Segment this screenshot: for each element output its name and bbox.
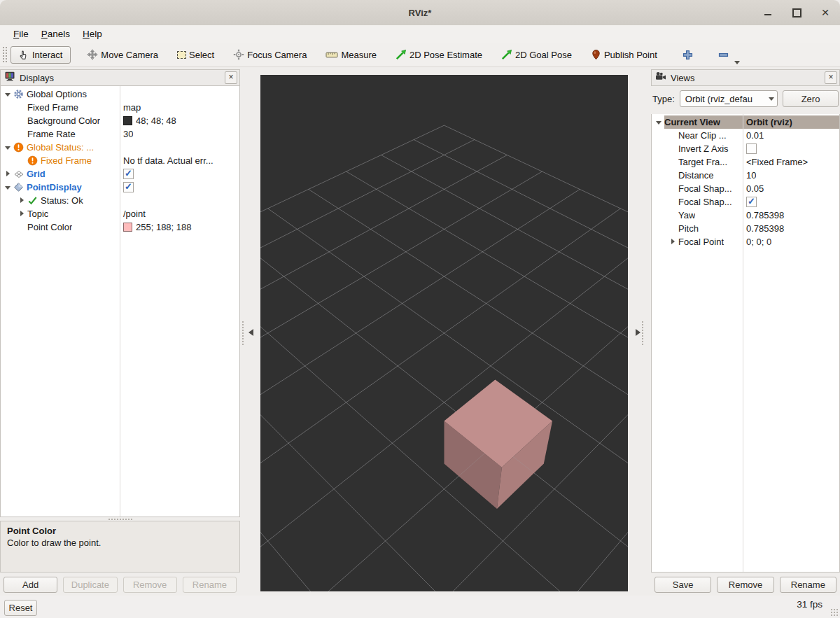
view-type-select[interactable]: Orbit (rviz_defau xyxy=(680,90,778,107)
property-value[interactable]: /point xyxy=(123,209,146,219)
ruler-icon xyxy=(326,51,338,59)
render-canvas[interactable] xyxy=(260,75,628,591)
chevron-down-icon[interactable] xyxy=(654,115,664,129)
property-value[interactable]: 0.05 xyxy=(746,183,764,194)
description-body: Color to draw the point. xyxy=(7,537,233,549)
tree-row[interactable]: Global Options xyxy=(1,87,239,101)
displays-panel-header[interactable]: Displays × xyxy=(0,69,240,86)
tree-row[interactable]: Point Color255; 188; 188 xyxy=(1,220,239,234)
tool-label: Measure xyxy=(341,50,377,60)
property-value[interactable]: 48; 48; 48 xyxy=(136,115,176,126)
remove-button[interactable]: Remove xyxy=(123,577,177,593)
tree-row[interactable]: Near Clip ...0.01 xyxy=(652,129,839,142)
tool-measure[interactable]: Measure xyxy=(321,46,382,64)
chevron-right-icon[interactable] xyxy=(668,235,678,248)
menu-file[interactable]: File xyxy=(7,27,35,41)
tree-row[interactable]: Current ViewOrbit (rviz) xyxy=(652,115,839,129)
tree-row[interactable]: Global Status: ... xyxy=(1,141,239,154)
views-panel-header[interactable]: Views × xyxy=(651,69,840,86)
minimize-button[interactable] xyxy=(763,8,773,17)
expander-spacer xyxy=(18,154,27,167)
rename-button[interactable]: Rename xyxy=(183,577,237,593)
tree-row[interactable]: Fixed FrameNo tf data. Actual err... xyxy=(1,154,239,167)
property-label: Focal Shap... xyxy=(678,197,732,207)
property-value[interactable]: 30 xyxy=(123,129,133,139)
tree-row[interactable]: Background Color48; 48; 48 xyxy=(1,114,239,127)
tree-row[interactable]: Invert Z Axis xyxy=(652,142,839,155)
chevron-down-icon[interactable] xyxy=(4,181,13,194)
color-swatch[interactable] xyxy=(123,223,132,232)
rename-view-button[interactable]: Rename xyxy=(780,577,836,593)
close-icon[interactable]: × xyxy=(825,71,837,84)
save-view-button[interactable]: Save xyxy=(654,577,711,593)
menu-panels[interactable]: Panels xyxy=(35,27,76,41)
tree-row[interactable]: Topic/point xyxy=(1,207,239,220)
property-value[interactable]: map xyxy=(123,102,141,113)
tree-row[interactable]: Distance10 xyxy=(652,169,839,182)
menu-help[interactable]: Help xyxy=(76,27,108,41)
chevron-right-icon[interactable] xyxy=(18,194,27,207)
remove-view-button[interactable]: Remove xyxy=(717,577,774,593)
gear-icon xyxy=(13,89,27,99)
checkbox[interactable] xyxy=(123,169,134,179)
remove-tool-button[interactable] xyxy=(713,45,734,64)
property-value[interactable]: 10 xyxy=(746,170,756,181)
chevron-down-icon[interactable] xyxy=(4,87,13,101)
chevron-left-icon xyxy=(248,329,253,336)
property-label: PointDisplay xyxy=(27,182,82,192)
chevron-right-icon[interactable] xyxy=(18,207,27,220)
tree-row[interactable]: Grid xyxy=(1,167,239,181)
property-value[interactable]: 0.785398 xyxy=(746,223,784,234)
checkbox[interactable] xyxy=(746,143,757,154)
color-swatch[interactable] xyxy=(123,116,132,125)
tool-focus-camera[interactable]: Focus Camera xyxy=(228,45,312,64)
tool-label: Publish Point xyxy=(604,50,657,60)
property-label: Target Fra... xyxy=(678,157,727,167)
title-bar[interactable]: RViz* × xyxy=(0,0,840,26)
reset-button[interactable]: Reset xyxy=(4,600,37,616)
collapse-left-handle[interactable] xyxy=(245,319,255,347)
tool-2d-pose-estimate[interactable]: 2D Pose Estimate xyxy=(391,45,487,64)
tree-row[interactable]: Fixed Framemap xyxy=(1,101,239,114)
add-button[interactable]: Add xyxy=(4,577,57,593)
property-value[interactable]: 255; 188; 188 xyxy=(136,222,192,232)
tool-move-camera[interactable]: Move Camera xyxy=(82,45,163,64)
tool-2d-goal-pose[interactable]: 2D Goal Pose xyxy=(496,45,577,64)
property-value[interactable]: <Fixed Frame> xyxy=(746,157,808,167)
property-value[interactable]: 0.785398 xyxy=(746,210,784,220)
tree-row[interactable]: PointDisplay xyxy=(1,181,239,194)
duplicate-button[interactable]: Duplicate xyxy=(63,577,117,593)
tool-select[interactable]: Select xyxy=(172,46,219,64)
tree-row[interactable]: Focal Shap... xyxy=(652,195,839,209)
render-view[interactable] xyxy=(260,75,628,591)
tree-row[interactable]: Focal Point0; 0; 0 xyxy=(652,235,839,248)
property-value[interactable]: Orbit (rviz) xyxy=(746,117,792,127)
close-button[interactable]: × xyxy=(820,8,830,17)
hand-icon xyxy=(19,50,29,60)
tree-row[interactable]: Pitch0.785398 xyxy=(652,222,839,235)
zero-button[interactable]: Zero xyxy=(783,90,839,107)
tree-row[interactable]: Focal Shap...0.05 xyxy=(652,182,839,195)
add-tool-button[interactable] xyxy=(677,45,699,64)
maximize-button[interactable] xyxy=(792,8,802,17)
toolbar-drag-handle[interactable] xyxy=(2,46,7,63)
collapse-right-handle[interactable] xyxy=(634,319,644,347)
displays-icon xyxy=(4,71,15,85)
splitter-dots xyxy=(641,321,645,346)
tree-row[interactable]: Yaw0.785398 xyxy=(652,209,839,222)
resize-grip[interactable] xyxy=(830,608,839,617)
close-icon[interactable]: × xyxy=(225,71,237,84)
tool-interact[interactable]: Interact xyxy=(10,46,71,64)
tree-row[interactable]: Target Fra...<Fixed Frame> xyxy=(652,155,839,169)
tree-row[interactable]: Status: Ok xyxy=(1,194,239,207)
chevron-right-icon[interactable] xyxy=(4,167,13,181)
property-value[interactable]: No tf data. Actual err... xyxy=(123,155,214,166)
tool-publish-point[interactable]: Publish Point xyxy=(586,45,662,64)
checkbox[interactable] xyxy=(123,182,134,192)
property-value[interactable]: 0.01 xyxy=(746,130,764,141)
property-value[interactable]: 0; 0; 0 xyxy=(746,237,771,247)
checkbox[interactable] xyxy=(746,197,757,207)
tree-row[interactable]: Frame Rate30 xyxy=(1,127,239,141)
chevron-down-icon[interactable] xyxy=(4,141,13,154)
chevron-down-icon[interactable] xyxy=(734,61,740,64)
